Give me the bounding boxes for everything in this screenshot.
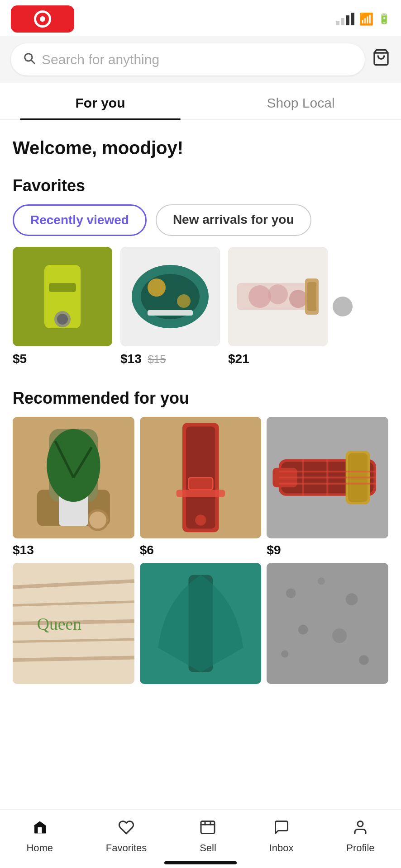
product-image [267, 563, 388, 684]
nav-home-label: Home [26, 842, 53, 854]
svg-point-70 [358, 821, 363, 827]
favorites-section-title: Favorites [0, 163, 401, 204]
bottom-nav: Home Favorites Sell Inbox [0, 809, 401, 868]
product-original-price: $15 [148, 353, 166, 365]
nav-profile-label: Profile [346, 842, 374, 854]
svg-point-37 [195, 514, 207, 526]
product-card[interactable]: $6 [140, 417, 262, 557]
nav-sell[interactable]: Sell [191, 815, 225, 859]
product-image [228, 247, 328, 346]
product-card[interactable] [267, 563, 388, 689]
product-image [13, 247, 112, 346]
svg-point-59 [286, 588, 296, 598]
product-card[interactable]: $13 [13, 417, 134, 557]
svg-rect-5 [49, 283, 76, 292]
product-price: $9 [267, 543, 388, 557]
svg-rect-20 [307, 282, 316, 311]
product-card[interactable]: $9 [267, 417, 388, 557]
svg-point-18 [289, 290, 307, 308]
product-card[interactable]: $21 [228, 247, 328, 366]
svg-point-12 [177, 294, 191, 308]
target-logo-ring [34, 10, 51, 28]
search-placeholder: Search for anything [42, 52, 353, 67]
nav-spacer [0, 698, 401, 761]
svg-point-60 [318, 577, 325, 585]
inbox-icon [273, 819, 290, 840]
search-bar-container: Search for anything [0, 36, 401, 83]
battery-icon: 🔋 [378, 13, 390, 25]
recommended-products-grid: $13 $6 [0, 417, 401, 698]
svg-rect-13 [148, 310, 193, 316]
svg-rect-66 [201, 821, 215, 834]
pill-new-arrivals[interactable]: New arrivals for you [156, 204, 311, 236]
product-card[interactable] [140, 563, 262, 689]
home-indicator [164, 861, 237, 864]
target-logo-dot [40, 16, 45, 22]
search-bar[interactable]: Search for anything [11, 43, 365, 75]
heart-icon [118, 819, 134, 840]
welcome-text: Welcome, moodjoy! [13, 138, 388, 158]
svg-text:Queen: Queen [37, 614, 81, 633]
home-icon [32, 819, 48, 840]
svg-point-29 [47, 429, 100, 502]
signal-icon [336, 13, 354, 25]
svg-point-61 [346, 593, 358, 605]
svg-rect-58 [267, 563, 388, 684]
filter-pills: Recently viewed New arrivals for you [0, 204, 401, 247]
product-card[interactable]: Queen [13, 563, 134, 689]
svg-rect-35 [188, 477, 213, 490]
product-price: $13 [13, 543, 134, 557]
product-image [120, 247, 220, 346]
tab-for-you[interactable]: For you [0, 83, 200, 119]
svg-line-54 [13, 657, 134, 660]
product-card[interactable]: $5 [13, 247, 112, 366]
product-price: $6 [140, 543, 262, 557]
product-price: $13 $15 [120, 352, 220, 366]
svg-point-63 [332, 628, 347, 643]
nav-favorites[interactable]: Favorites [97, 815, 156, 859]
product-image [140, 563, 262, 684]
nav-home[interactable]: Home [17, 815, 62, 859]
status-bar: 📶 🔋 [0, 0, 401, 36]
svg-point-17 [268, 284, 288, 304]
nav-sell-label: Sell [200, 842, 216, 854]
product-price: $5 [13, 352, 112, 366]
svg-line-1 [31, 60, 34, 63]
svg-point-7 [57, 314, 68, 325]
product-image [13, 417, 134, 538]
product-card[interactable]: $13 $15 [120, 247, 220, 366]
tabs-container: For you Shop Local [0, 83, 401, 120]
tab-shop-local[interactable]: Shop Local [200, 83, 401, 119]
nav-favorites-label: Favorites [106, 842, 147, 854]
target-app-icon [11, 5, 74, 33]
svg-point-64 [282, 650, 289, 657]
status-bar-indicators: 📶 🔋 [336, 12, 390, 26]
svg-point-11 [148, 278, 166, 297]
svg-point-16 [248, 285, 271, 308]
profile-icon [352, 819, 368, 840]
wifi-icon: 📶 [359, 12, 373, 26]
sell-icon [200, 819, 216, 840]
nav-inbox[interactable]: Inbox [260, 815, 303, 859]
search-icon [23, 52, 35, 67]
svg-rect-36 [176, 490, 224, 497]
product-image [267, 417, 388, 538]
svg-point-65 [359, 655, 369, 665]
recommended-section-title: Recommended for you [0, 375, 401, 417]
pill-recently-viewed[interactable]: Recently viewed [13, 204, 147, 236]
product-price: $21 [228, 352, 328, 366]
scroll-indicator [333, 297, 353, 316]
product-image [140, 417, 262, 538]
nav-inbox-label: Inbox [269, 842, 294, 854]
app-logo [11, 5, 74, 33]
cart-icon[interactable] [372, 48, 390, 71]
product-image: Queen [13, 563, 134, 684]
favorites-products-row: $5 $13 $15 [0, 247, 401, 375]
welcome-section: Welcome, moodjoy! [0, 120, 401, 163]
svg-point-62 [298, 625, 308, 634]
nav-profile[interactable]: Profile [337, 815, 383, 859]
